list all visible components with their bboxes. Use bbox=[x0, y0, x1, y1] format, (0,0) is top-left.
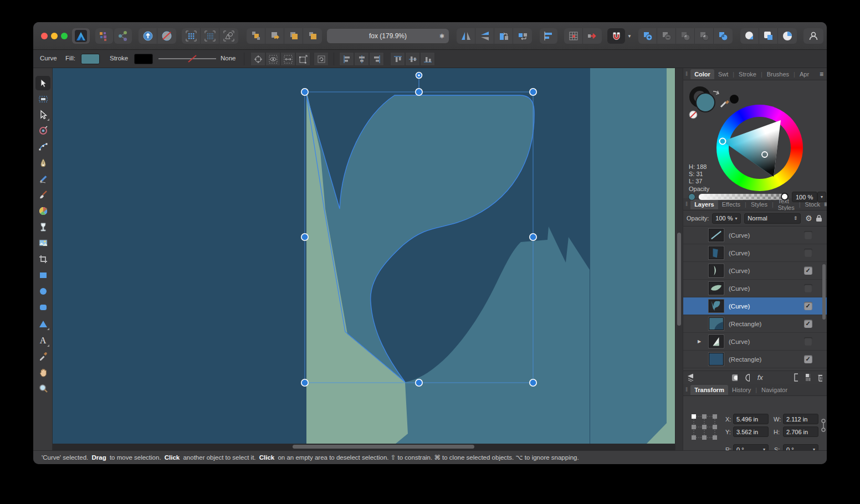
panel-grip[interactable]: ‖ bbox=[685, 201, 688, 207]
flip-horizontal-button[interactable] bbox=[457, 28, 475, 44]
op-pie-button[interactable] bbox=[778, 28, 797, 44]
show-grid-button[interactable] bbox=[182, 28, 201, 44]
color-triangle[interactable] bbox=[683, 80, 827, 198]
transparency-tool[interactable] bbox=[35, 220, 50, 234]
teal-column-object[interactable] bbox=[590, 68, 667, 444]
document-title[interactable]: fox (179.9%) ✱ bbox=[327, 29, 449, 43]
h-field[interactable]: 2.706 in bbox=[783, 426, 818, 437]
layer-row-2[interactable]: (Curve) bbox=[683, 244, 827, 262]
horizontal-scrollbar[interactable] bbox=[53, 444, 675, 450]
stroke-swatch[interactable] bbox=[134, 54, 153, 64]
hide-selection-button[interactable] bbox=[265, 52, 280, 66]
align-top-button[interactable] bbox=[390, 52, 405, 66]
vector-crop-tool[interactable] bbox=[35, 252, 50, 266]
delete-layer-icon[interactable] bbox=[818, 373, 822, 382]
align-middle-v-button[interactable] bbox=[405, 52, 420, 66]
vector-brush-tool[interactable] bbox=[35, 188, 50, 202]
badge-arrow-button[interactable] bbox=[139, 28, 157, 44]
pattern-layer-icon[interactable] bbox=[806, 374, 810, 382]
layer-row-7[interactable]: ▶ (Curve) bbox=[683, 333, 827, 351]
lock-icon[interactable] bbox=[816, 214, 822, 222]
enable-transform-box-button[interactable] bbox=[295, 52, 310, 66]
shape-tool[interactable] bbox=[35, 317, 50, 331]
snapping-dropdown[interactable]: ▼ bbox=[625, 28, 634, 44]
stroke-width-slider[interactable] bbox=[157, 54, 217, 63]
expand-arrow-icon[interactable]: ▶ bbox=[698, 339, 701, 344]
persona-export-button[interactable] bbox=[114, 28, 132, 44]
op-square-button[interactable] bbox=[759, 28, 778, 44]
fill-tool[interactable] bbox=[35, 204, 50, 218]
vertical-scrollbar-thumb[interactable] bbox=[677, 233, 681, 326]
zoom-button[interactable] bbox=[61, 33, 68, 39]
tab-navigator[interactable]: Navigator bbox=[757, 385, 791, 395]
ellipse-tool[interactable] bbox=[35, 284, 50, 299]
force-pixel-alignment-button[interactable] bbox=[583, 28, 602, 44]
zoom-tool[interactable] bbox=[35, 381, 50, 395]
layer-visibility-checkbox[interactable] bbox=[804, 302, 812, 310]
layer-effects-icon[interactable]: fx bbox=[757, 373, 763, 382]
rotation-center-button[interactable] bbox=[314, 52, 329, 66]
edit-all-layers-icon[interactable] bbox=[688, 374, 693, 382]
link-dimensions-icon[interactable] bbox=[821, 418, 826, 433]
alignment-button[interactable] bbox=[540, 28, 557, 44]
mask-layer-icon[interactable] bbox=[732, 374, 737, 382]
arrange-back-one-button[interactable] bbox=[265, 28, 284, 44]
place-image-tool[interactable] bbox=[35, 236, 50, 250]
layer-visibility-checkbox[interactable] bbox=[804, 355, 812, 363]
tab-layers[interactable]: Layers bbox=[690, 199, 718, 209]
layer-row-1[interactable]: (Curve) bbox=[683, 227, 827, 244]
close-button[interactable] bbox=[41, 33, 48, 39]
op-circle-button[interactable] bbox=[740, 28, 759, 44]
flip-vertical-button[interactable] bbox=[475, 28, 494, 44]
arrange-front-button[interactable] bbox=[303, 28, 322, 44]
align-left-button[interactable] bbox=[339, 52, 354, 66]
boolean-divide-button[interactable] bbox=[695, 28, 714, 44]
view-tool[interactable] bbox=[35, 365, 50, 379]
layer-visibility-checkbox[interactable] bbox=[804, 320, 812, 328]
w-field[interactable]: 2.112 in bbox=[783, 414, 818, 424]
fill-swatch[interactable] bbox=[81, 54, 100, 64]
panel-menu-icon[interactable]: ≡ bbox=[820, 70, 823, 78]
layer-settings-gear-icon[interactable]: ⚙ bbox=[805, 214, 812, 223]
canvas-artwork[interactable] bbox=[53, 68, 675, 444]
align-right-button[interactable] bbox=[369, 52, 384, 66]
layer-visibility-checkbox[interactable] bbox=[804, 231, 812, 239]
vertical-scrollbar[interactable] bbox=[675, 68, 683, 450]
panel-grip[interactable]: ‖ bbox=[685, 387, 688, 393]
boolean-combine-button[interactable] bbox=[714, 28, 733, 44]
snapping-button[interactable] bbox=[607, 28, 625, 44]
artboard-tool[interactable] bbox=[35, 92, 50, 106]
snap-grid-button[interactable] bbox=[201, 28, 219, 44]
tab-styles[interactable]: Styles bbox=[747, 199, 771, 209]
tab-history[interactable]: History bbox=[728, 385, 755, 395]
x-field[interactable]: 5.496 in bbox=[733, 414, 769, 424]
layer-visibility-checkbox[interactable] bbox=[804, 284, 812, 292]
opacity-value-field[interactable]: 100 % bbox=[792, 192, 817, 202]
account-button[interactable] bbox=[803, 28, 823, 44]
rectangle-tool[interactable] bbox=[35, 268, 50, 282]
minimize-button[interactable] bbox=[51, 33, 58, 39]
hue-marker[interactable] bbox=[720, 138, 726, 145]
sage-strip-object[interactable] bbox=[667, 68, 675, 444]
boolean-intersect-button[interactable] bbox=[676, 28, 695, 44]
layer-visibility-checkbox[interactable] bbox=[804, 266, 812, 275]
move-tool[interactable] bbox=[35, 76, 50, 90]
pencil-tool[interactable] bbox=[35, 172, 50, 186]
color-picker-tool[interactable] bbox=[35, 349, 50, 363]
boolean-add-button[interactable] bbox=[638, 28, 657, 44]
tab-transform[interactable]: Transform bbox=[690, 385, 728, 395]
rotate-ccw-button[interactable] bbox=[494, 28, 513, 44]
adjustment-layer-icon[interactable] bbox=[745, 374, 750, 382]
corner-tool[interactable] bbox=[35, 140, 50, 154]
blend-mode-dropdown[interactable]: Normal⇕ bbox=[744, 213, 801, 224]
tab-stroke[interactable]: Stroke bbox=[735, 69, 760, 79]
layer-row-4[interactable]: (Curve) bbox=[683, 280, 827, 297]
layer-visibility-checkbox[interactable] bbox=[804, 337, 812, 346]
layer-row-8[interactable]: (Rectangle) bbox=[683, 351, 827, 368]
layer-visibility-checkbox[interactable] bbox=[804, 249, 812, 257]
arrange-back-button[interactable] bbox=[247, 28, 265, 44]
align-bottom-button[interactable] bbox=[420, 52, 435, 66]
canvas-viewport[interactable] bbox=[53, 68, 675, 450]
layer-row-3[interactable]: (Curve) bbox=[683, 262, 827, 280]
tab-brushes[interactable]: Brushes bbox=[763, 69, 793, 79]
